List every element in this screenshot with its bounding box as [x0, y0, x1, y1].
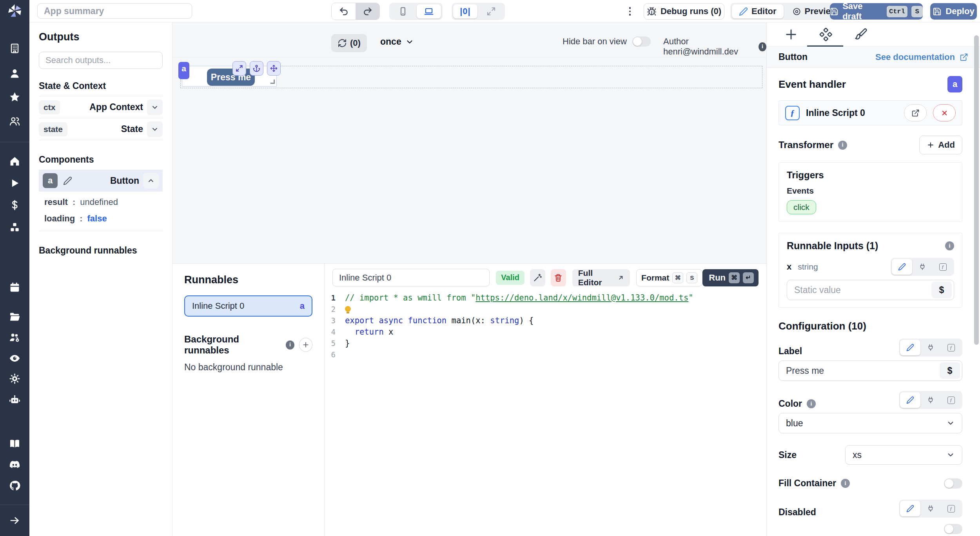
template-dollar-button[interactable]: $: [940, 362, 960, 379]
template-dollar-button[interactable]: $: [931, 282, 952, 298]
save-draft-button[interactable]: Save draft Ctrl S: [830, 3, 923, 20]
transformer-info-icon[interactable]: i: [838, 141, 847, 150]
eval-mode-button[interactable]: ƒ: [941, 501, 961, 516]
component-collapse-button[interactable]: [143, 173, 159, 188]
configuration-title: Configuration (10): [779, 320, 962, 332]
ctx-row[interactable]: ctx App Context: [39, 96, 163, 118]
fullwidth-button[interactable]: [479, 4, 503, 18]
ai-robot-icon[interactable]: [9, 394, 20, 406]
inline-script-item[interactable]: Inline Script 0 a: [184, 295, 312, 317]
resources-cubes-icon[interactable]: [9, 222, 20, 233]
state-expand-button[interactable]: [147, 121, 163, 137]
scrollbar-thumb[interactable]: [974, 35, 979, 345]
refresh-runnables-button[interactable]: (0): [331, 34, 367, 52]
workspace-icon[interactable]: [9, 43, 20, 54]
background-info-icon[interactable]: i: [286, 340, 294, 349]
ctx-expand-button[interactable]: [147, 100, 163, 115]
debug-runs-button[interactable]: Debug runs (0): [644, 3, 724, 20]
event-handler-item: ƒ Inline Script 0: [779, 100, 962, 125]
schedules-calendar-icon[interactable]: [9, 282, 20, 293]
eval-mode-button[interactable]: ƒ: [933, 259, 953, 275]
remove-script-button[interactable]: [933, 104, 956, 121]
add-background-runnable-button[interactable]: [299, 338, 312, 352]
folders-icon[interactable]: [9, 311, 20, 322]
static-mode-button[interactable]: [900, 501, 920, 516]
kbd-cmd: ⌘: [729, 272, 740, 283]
see-documentation-link[interactable]: See documentation: [875, 52, 968, 62]
refresh-mode-select[interactable]: once: [380, 36, 414, 47]
ai-wand-button[interactable]: [530, 269, 545, 286]
connect-mode-button[interactable]: [920, 501, 941, 516]
home-icon[interactable]: [9, 156, 20, 167]
component-a-header[interactable]: a Button: [39, 170, 163, 192]
script-name-input[interactable]: [332, 269, 490, 286]
settings-tabs: [767, 22, 980, 47]
discord-icon[interactable]: [9, 459, 20, 470]
resize-handle[interactable]: [270, 80, 275, 84]
format-button[interactable]: Format ⌘ S: [636, 269, 702, 286]
move-handle-button[interactable]: [267, 61, 281, 76]
save-draft-label: Save draft: [842, 1, 883, 22]
center-align-icon: |0|: [460, 6, 471, 16]
hide-bar-toggle[interactable]: [632, 36, 651, 47]
fill-container-info-icon[interactable]: i: [841, 479, 850, 488]
insert-component-tab[interactable]: [784, 28, 798, 41]
size-select[interactable]: xs: [845, 445, 962, 465]
component-settings-panel: Button See documentation Event handler a…: [766, 22, 980, 536]
press-me-button[interactable]: Press me: [207, 69, 255, 86]
eval-mode-button[interactable]: ƒ: [941, 392, 961, 408]
redo-button[interactable]: [356, 3, 379, 20]
app-summary-input[interactable]: [37, 3, 192, 19]
runs-play-icon[interactable]: [9, 177, 20, 189]
variables-dollar-icon[interactable]: [9, 199, 20, 211]
editor-tab[interactable]: Editor: [732, 4, 784, 18]
author-info-icon[interactable]: i: [759, 42, 766, 51]
open-script-button[interactable]: [904, 104, 927, 121]
label-value-input[interactable]: Press me $: [779, 360, 962, 381]
desktop-view-button[interactable]: [417, 4, 441, 18]
runnable-inputs-info-icon[interactable]: i: [945, 241, 954, 250]
kbd-s: S: [686, 272, 697, 283]
code-lines[interactable]: 1// import * as wmill from "https://deno…: [325, 292, 766, 360]
full-editor-button[interactable]: Full Editor: [572, 269, 630, 286]
collapse-arrow-right-icon[interactable]: [9, 515, 20, 526]
rename-pencil-icon[interactable]: [63, 176, 72, 185]
user-icon[interactable]: [9, 68, 20, 79]
eval-mode-button[interactable]: ƒ: [941, 340, 961, 355]
anchor-handle-button[interactable]: [250, 61, 263, 76]
static-mode-button[interactable]: [892, 259, 912, 275]
more-menu-button[interactable]: [626, 5, 634, 18]
styling-tab[interactable]: [854, 28, 867, 41]
connect-mode-button[interactable]: [920, 340, 941, 355]
docs-book-icon[interactable]: [9, 438, 20, 449]
app-canvas[interactable]: (0) once Hide bar on view Author henri@w…: [172, 22, 766, 263]
component-settings-tab[interactable]: [819, 28, 832, 41]
run-button[interactable]: Run ⌘ ↵: [702, 269, 759, 286]
add-transformer-button[interactable]: Add: [919, 136, 962, 154]
color-select[interactable]: blue: [779, 413, 962, 433]
star-icon[interactable]: [9, 91, 20, 103]
delete-script-button[interactable]: [551, 269, 566, 286]
search-outputs-input[interactable]: [39, 52, 163, 69]
mobile-view-button[interactable]: [391, 4, 415, 18]
fill-container-toggle[interactable]: [944, 478, 962, 489]
static-value-input[interactable]: Static value $: [787, 280, 954, 300]
windmill-logo-icon[interactable]: [7, 3, 23, 19]
disabled-toggle[interactable]: [944, 524, 962, 534]
connect-mode-button[interactable]: [920, 392, 941, 408]
github-icon[interactable]: [9, 480, 20, 491]
audit-eye-icon[interactable]: [9, 353, 20, 364]
chevron-down-icon: [405, 38, 414, 46]
expand-handle-button[interactable]: [232, 61, 246, 76]
deploy-button[interactable]: Deploy: [930, 3, 977, 20]
static-mode-button[interactable]: [900, 340, 920, 355]
undo-button[interactable]: [332, 3, 356, 20]
groups-workers-icon[interactable]: [9, 332, 20, 343]
center-align-button[interactable]: |0|: [453, 4, 477, 18]
state-row[interactable]: state State: [39, 118, 163, 140]
users-icon[interactable]: [9, 116, 20, 127]
color-info-icon[interactable]: i: [807, 399, 816, 408]
static-mode-button[interactable]: [900, 392, 920, 408]
connect-mode-button[interactable]: [912, 259, 933, 275]
settings-gear-icon[interactable]: [9, 373, 20, 384]
